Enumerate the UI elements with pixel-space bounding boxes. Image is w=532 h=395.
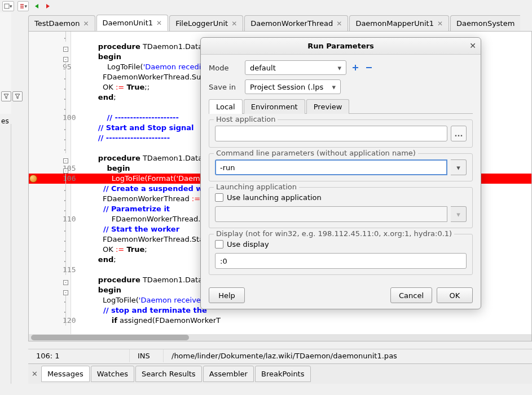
tab-label: DaemonUnit1	[103, 19, 153, 27]
use-launching-label: Use launching application	[227, 193, 322, 202]
host-application-input[interactable]	[215, 126, 447, 141]
tab-fileloggerunit[interactable]: FileLoggerUnit✕	[169, 15, 243, 31]
close-icon[interactable]: ✕	[336, 20, 342, 28]
launching-app-group: Launching application Use launching appl…	[209, 187, 473, 228]
launching-history-button[interactable]: ▾	[451, 206, 467, 222]
display-input[interactable]	[215, 253, 467, 269]
dialog-title-text: Run Parameters	[307, 42, 374, 50]
chevron-down-icon: ▾	[456, 210, 460, 219]
dialog-titlebar[interactable]: Run Parameters ✕	[201, 38, 481, 55]
bottom-panel: ✕ Messages Watches Search Results Assemb…	[28, 363, 532, 384]
scrollbar-thumb[interactable]	[31, 335, 189, 340]
cmdline-group-title: Command line parameters (without applica…	[214, 149, 418, 157]
panel-close-icon[interactable]: ✕	[28, 369, 41, 379]
dialog-tab-environment[interactable]: Environment	[244, 99, 305, 114]
host-application-group: Host application ...	[209, 119, 473, 148]
tab-daemonsystem[interactable]: DaemonSystem	[450, 15, 520, 31]
panel-tab-assembler[interactable]: Assembler	[203, 366, 254, 382]
savein-combo[interactable]: Project Session (.lps ▾	[245, 79, 341, 94]
launching-group-title: Launching application	[214, 183, 299, 191]
dialog-tabs: Local Environment Preview	[209, 99, 473, 114]
chevron-down-icon: ▾	[337, 64, 341, 72]
help-button[interactable]: Help	[209, 287, 245, 303]
panel-tab-messages[interactable]: Messages	[41, 366, 90, 382]
launching-app-input	[215, 206, 447, 222]
use-display-label: Use display	[227, 240, 269, 248]
insert-mode: INS	[130, 349, 164, 362]
mode-value: default	[250, 64, 276, 72]
panel-tab-breakpoints[interactable]: BreakPoints	[255, 366, 311, 382]
use-launching-checkbox[interactable]	[215, 193, 223, 202]
tab-label: DaemonMapperUnit1	[355, 19, 434, 28]
close-icon[interactable]: ✕	[437, 20, 443, 28]
use-display-checkbox[interactable]	[215, 240, 223, 248]
tab-label: DaemonWorkerThread	[250, 19, 333, 28]
display-group-title: Display (not for win32, e.g. 198.112.45.…	[214, 229, 454, 238]
tab-daemonworkerthread[interactable]: DaemonWorkerThread✕	[244, 15, 348, 31]
file-path: /home/linder/Dokumente/laz.wiki/TDaemon/…	[164, 349, 532, 362]
browse-button[interactable]: ...	[451, 126, 467, 141]
filter-tool-2[interactable]	[12, 91, 23, 101]
mode-label: Mode	[209, 64, 240, 72]
cursor-position: 106: 1	[28, 349, 130, 362]
horizontal-scrollbar[interactable]	[29, 334, 531, 341]
remove-mode-icon[interactable]	[364, 63, 373, 72]
cmdline-history-button[interactable]: ▾	[451, 159, 467, 175]
tool-dropdown-2[interactable]: ▾	[17, 1, 29, 11]
tab-label: FileLoggerUnit	[175, 19, 228, 28]
tab-testdaemon[interactable]: TestDaemon✕	[28, 15, 95, 31]
tab-daemonmapperunit1[interactable]: DaemonMapperUnit1✕	[349, 15, 449, 31]
cmdline-input[interactable]	[215, 159, 447, 175]
host-group-title: Host application	[214, 115, 278, 123]
tab-label: TestDaemon	[34, 19, 80, 28]
editor-tabs: TestDaemon✕ DaemonUnit1✕ FileLoggerUnit✕…	[28, 14, 532, 31]
savein-label: Save in	[209, 83, 240, 91]
run-parameters-dialog: Run Parameters ✕ Mode default ▾ Save in …	[200, 37, 481, 309]
add-mode-icon[interactable]	[351, 63, 360, 72]
close-icon[interactable]: ✕	[231, 20, 237, 28]
dialog-tab-local[interactable]: Local	[209, 99, 243, 114]
cmdline-group: Command line parameters (without applica…	[209, 153, 473, 181]
filter-tool-1[interactable]	[1, 91, 11, 101]
chevron-down-icon: ▾	[456, 163, 460, 172]
left-sliver	[0, 124, 11, 384]
nav-back-icon[interactable]	[32, 2, 41, 11]
close-icon[interactable]: ✕	[83, 20, 89, 28]
chevron-down-icon: ▾	[332, 83, 336, 91]
tab-daemonunit1[interactable]: DaemonUnit1✕	[96, 15, 169, 31]
cancel-button[interactable]: Cancel	[390, 287, 432, 303]
svg-rect-0	[5, 4, 9, 8]
panel-tab-searchresults[interactable]: Search Results	[135, 366, 202, 382]
nav-forward-icon[interactable]	[43, 2, 52, 11]
close-icon[interactable]: ✕	[156, 19, 162, 27]
dialog-tab-preview[interactable]: Preview	[306, 99, 350, 114]
tab-label: DaemonSystem	[456, 19, 515, 28]
status-bar: 106: 1 INS /home/linder/Dokumente/laz.wi…	[28, 349, 532, 362]
mode-combo[interactable]: default ▾	[245, 60, 346, 75]
ok-button[interactable]: OK	[437, 287, 473, 303]
left-toolbar-buttons	[0, 90, 25, 113]
panel-tab-watches[interactable]: Watches	[91, 366, 134, 382]
close-icon[interactable]: ✕	[469, 41, 476, 50]
display-group: Display (not for win32, e.g. 198.112.45.…	[209, 234, 473, 275]
top-toolbar: ▾ ▾	[0, 0, 55, 12]
savein-value: Project Session (.lps	[250, 83, 323, 91]
tool-dropdown-1[interactable]: ▾	[2, 1, 14, 11]
